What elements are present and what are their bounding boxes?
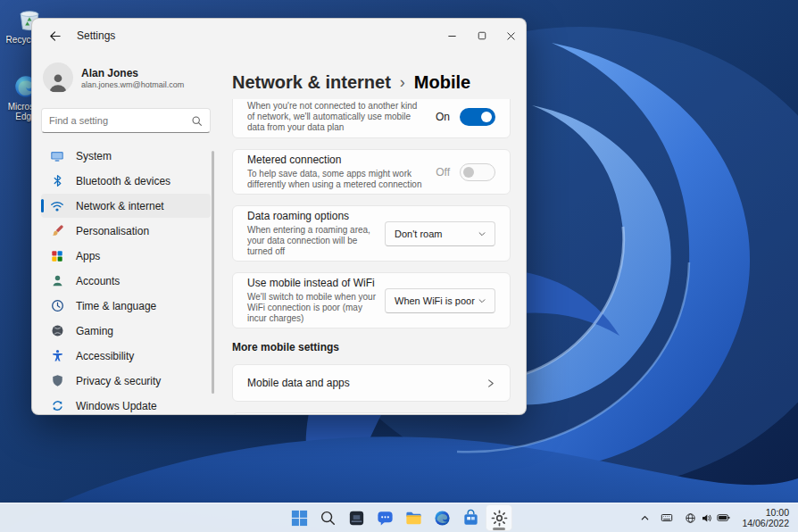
setting-card-mobile-instead-wifi: Use mobile instead of WiFi We'll switch … [232, 272, 511, 328]
dropdown-value: Don't roam [395, 229, 442, 239]
sidebar-item-label: Time & language [76, 300, 156, 312]
setting-description: When you're not connected to another kin… [247, 101, 427, 133]
search-icon [319, 509, 337, 527]
link-label: Mobile data and apps [247, 377, 350, 389]
taskbar-clock[interactable]: 10:00 14/06/2022 [738, 507, 793, 528]
setting-description: To help save data, some apps might work … [247, 169, 427, 190]
setting-text: Use mobile instead of WiFi We'll switch … [247, 277, 385, 324]
sidebar-item-network-internet[interactable]: Network & internet [41, 194, 211, 218]
taskbar-center [285, 503, 513, 532]
chevron-down-icon [478, 296, 486, 305]
breadcrumb-separator-icon: › [400, 73, 405, 92]
sidebar-item-gaming[interactable]: Gaming [41, 319, 211, 343]
start-button[interactable] [286, 504, 312, 531]
touch-keyboard-button[interactable] [657, 505, 677, 530]
close-icon [506, 31, 516, 41]
taskbar-app-laptop-button[interactable] [343, 504, 370, 531]
sidebar-item-label: Apps [76, 250, 100, 262]
sidebar-item-label: System [76, 150, 112, 162]
back-arrow-icon [48, 29, 62, 43]
store-button[interactable] [457, 504, 484, 531]
laptop-icon [347, 509, 366, 528]
settings-main: Network & internet › Mobile When you're … [232, 53, 526, 414]
file-explorer-button[interactable] [400, 504, 427, 531]
sidebar-scrollbar[interactable] [212, 151, 214, 394]
window-title: Settings [77, 29, 115, 42]
settings-taskbar-button[interactable] [486, 504, 512, 531]
search-input[interactable] [49, 115, 191, 126]
setting-description: When entering a roaming area, your data … [247, 225, 376, 257]
sidebar-nav: System Bluetooth & devices Network & int… [41, 144, 211, 415]
sidebar-item-label: Network & internet [76, 200, 164, 212]
wifi-icon [50, 199, 64, 213]
setting-card-data-roaming: Data roaming options When entering a roa… [232, 205, 511, 262]
sidebar-item-label: Personalisation [76, 225, 149, 237]
sidebar-item-system[interactable]: System [41, 144, 211, 168]
mobile-data-toggle[interactable] [460, 108, 495, 126]
sidebar-item-label: Gaming [76, 325, 113, 337]
desktop: Recycle Bin Microsoft Edge Settings [0, 0, 798, 532]
back-button[interactable] [41, 22, 68, 49]
tray-status-area[interactable] [680, 505, 735, 530]
mobile-data-apps-link[interactable]: Mobile data and apps [232, 364, 511, 402]
clock-time: 10:00 [742, 507, 789, 518]
sidebar-item-bluetooth-devices[interactable]: Bluetooth & devices [41, 169, 211, 193]
sidebar-item-personalisation[interactable]: Personalisation [41, 219, 211, 243]
mobile-operator-settings-link[interactable]: Mobile operator settings [232, 412, 511, 414]
toggle-wrap: On [436, 108, 495, 126]
setting-text: Data roaming options When entering a roa… [247, 210, 385, 257]
accessibility-icon [51, 349, 64, 362]
sidebar-item-label: Accounts [76, 275, 120, 287]
toggle-state-label: Off [436, 166, 450, 179]
store-icon [461, 509, 480, 528]
apps-grid-icon [51, 250, 63, 262]
setting-title: Use mobile instead of WiFi [247, 277, 376, 290]
page-title: Mobile [414, 72, 470, 93]
setting-card-data-plan: When you're not connected to another kin… [232, 99, 511, 138]
wifi-preference-dropdown[interactable]: When WiFi is poor [385, 288, 495, 313]
sidebar-item-privacy-security[interactable]: Privacy & security [41, 369, 211, 393]
chevron-up-icon [640, 513, 650, 523]
breadcrumb-parent[interactable]: Network & internet [232, 72, 391, 93]
setting-description: We'll switch to mobile when your WiFi co… [247, 292, 376, 324]
bluetooth-icon [51, 174, 64, 187]
sidebar-item-label: Privacy & security [76, 375, 161, 387]
chevron-right-icon [486, 378, 495, 388]
sidebar-item-windows-update[interactable]: Windows Update [41, 394, 211, 415]
clock-date: 14/06/2022 [742, 518, 789, 528]
chat-icon [376, 509, 395, 528]
roaming-dropdown[interactable]: Don't roam [385, 221, 495, 246]
toggle-knob [463, 167, 474, 178]
xbox-icon [51, 324, 64, 337]
close-button[interactable] [496, 19, 526, 53]
toggle-knob [481, 112, 492, 122]
edge-icon [433, 509, 452, 528]
system-tray: 10:00 14/06/2022 [636, 503, 793, 532]
minimize-icon [447, 31, 457, 41]
shield-icon [51, 374, 64, 387]
edge-button[interactable] [428, 504, 455, 531]
chevron-down-icon [478, 229, 486, 238]
search-icon [191, 115, 203, 127]
sidebar-item-accessibility[interactable]: Accessibility [41, 344, 211, 368]
system-icon [50, 149, 64, 163]
user-profile[interactable]: Alan Jones alan.jones.wm@hotmail.com [41, 60, 211, 96]
update-arrows-icon [51, 399, 64, 412]
chat-button[interactable] [371, 504, 398, 531]
taskbar-search-button[interactable] [314, 504, 341, 531]
minimize-button[interactable] [437, 19, 467, 53]
metered-connection-toggle[interactable] [460, 163, 495, 181]
search-box [41, 108, 211, 133]
person-icon [46, 70, 70, 93]
tray-overflow-button[interactable] [636, 505, 653, 530]
sidebar-item-apps[interactable]: Apps [41, 244, 211, 268]
setting-title: Data roaming options [247, 210, 376, 223]
network-globe-icon [685, 512, 696, 524]
avatar [43, 62, 73, 93]
folder-icon [404, 509, 423, 528]
toggle-state-label: On [436, 111, 450, 123]
sidebar-item-accounts[interactable]: Accounts [41, 269, 211, 293]
sidebar-item-time-language[interactable]: Time & language [41, 294, 211, 318]
clock-icon [51, 299, 64, 312]
maximize-button[interactable] [467, 19, 496, 53]
